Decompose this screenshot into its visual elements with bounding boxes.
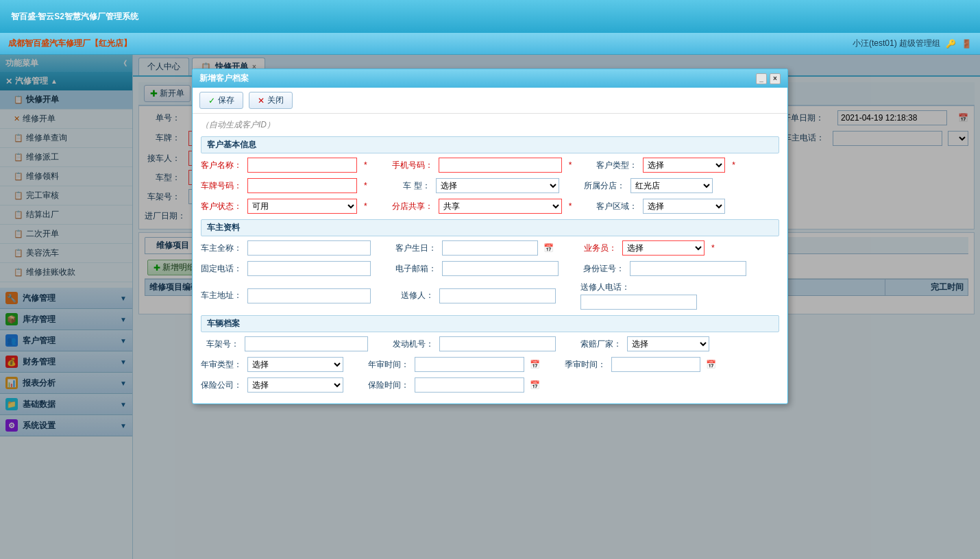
new-customer-modal: 新增客户档案 _ × ✓ 保存 ✕ 关闭 （自动生成客户ID） 客户基本信息	[192, 69, 788, 404]
modal-row-annual: 年审类型： 选择 年审时间： 📅 季审时间： 📅	[201, 357, 779, 372]
modal-row-vin: 车架号： 发动机号： 索赔厂家： 选择	[201, 336, 779, 351]
modal-title: 新增客户档案	[199, 73, 249, 84]
modal-minimize-button[interactable]: _	[756, 73, 767, 84]
status-select[interactable]: 可用	[247, 199, 357, 214]
modal-vin-input[interactable]	[245, 336, 368, 351]
insurance-time-input[interactable]	[415, 377, 524, 393]
customer-type-req: *	[732, 160, 735, 170]
fixed-phone-input[interactable]	[247, 261, 371, 276]
salesperson-select[interactable]: 选择	[622, 240, 705, 256]
status-label: 客户状态：	[201, 201, 242, 212]
area-select[interactable]: 选择	[643, 199, 725, 214]
email-input[interactable]	[442, 261, 559, 276]
logout-icon[interactable]: 🚪	[961, 39, 972, 49]
season-time-input[interactable]	[611, 357, 700, 372]
annual-cal-icon[interactable]: 📅	[530, 360, 540, 369]
manufacturer-label: 索赔厂家：	[580, 338, 622, 350]
email-label: 电子邮箱：	[395, 263, 437, 275]
sharing-label: 分店共享：	[392, 201, 433, 212]
modal-close-button[interactable]: ×	[770, 73, 781, 84]
annual-type-label: 年审类型：	[201, 359, 242, 371]
modal-save-icon: ✓	[208, 96, 215, 105]
settings-icon[interactable]: 🔑	[946, 39, 956, 49]
modal-car-type-label: 车 型：	[392, 180, 430, 192]
birthday-label: 客户生日：	[395, 243, 437, 254]
id-card-input[interactable]	[630, 261, 746, 276]
season-cal-icon[interactable]: 📅	[706, 360, 716, 369]
modal-vin-label: 车架号：	[201, 338, 239, 350]
modal-close-icon: ✕	[258, 96, 265, 105]
branch-label: 所属分店：	[584, 180, 625, 192]
owner-full-name-label: 车主全称：	[201, 243, 242, 254]
sender-phone-label: 送修人电话：	[580, 282, 630, 293]
customer-info-section-header: 客户基本信息	[201, 136, 779, 153]
customer-name-req: *	[364, 160, 367, 170]
customer-type-select[interactable]: 选择	[643, 158, 725, 173]
store-name: 成都智百盛汽车修理厂【红光店】	[8, 38, 132, 49]
address-input[interactable]	[247, 288, 371, 303]
sender-label: 送修人：	[395, 290, 434, 301]
birthday-cal-icon[interactable]: 📅	[543, 243, 554, 253]
season-time-label: 季审时间：	[565, 359, 606, 371]
sharing-req: *	[569, 201, 572, 211]
engine-label: 发动机号：	[393, 338, 434, 350]
id-card-label: 身份证号：	[583, 263, 624, 275]
modal-car-type-select[interactable]: 选择	[436, 178, 559, 193]
auto-id-note: （自动生成客户ID）	[201, 119, 779, 131]
fixed-phone-label: 固定电话：	[201, 263, 242, 275]
modal-row-address: 车主地址： 送修人： 送修人电话：	[201, 282, 779, 310]
status-req: *	[364, 201, 367, 211]
insurance-time-label: 保险时间：	[368, 380, 409, 391]
annual-time-input[interactable]	[415, 357, 524, 372]
info-bar: 成都智百盛汽车修理厂【红光店】 小汪(test01) 超级管理组 🔑 🚪	[0, 33, 980, 55]
modal-body: （自动生成客户ID） 客户基本信息 客户名称： * 手机号码： * 客户类型： …	[193, 114, 787, 403]
user-info: 小汪(test01) 超级管理组 🔑 🚪	[853, 38, 972, 49]
modal-overlay: 新增客户档案 _ × ✓ 保存 ✕ 关闭 （自动生成客户ID） 客户基本信息	[0, 55, 980, 559]
modal-row-1: 客户名称： * 手机号码： * 客户类型： 选择 *	[201, 158, 779, 173]
modal-title-bar: 新增客户档案 _ ×	[193, 69, 787, 88]
annual-time-label: 年审时间：	[368, 359, 409, 371]
annual-type-select[interactable]: 选择	[247, 357, 343, 372]
salesperson-req: *	[711, 243, 715, 253]
phone-input[interactable]	[439, 158, 562, 173]
phone-req: *	[569, 160, 572, 170]
modal-save-button[interactable]: ✓ 保存	[199, 92, 243, 109]
vehicle-section-header: 车辆档案	[201, 315, 779, 332]
owner-full-name-input[interactable]	[247, 240, 371, 256]
modal-row-3: 客户状态： 可用 * 分店共享： 共享 * 客户区域： 选择	[201, 199, 779, 214]
modal-row-phone: 固定电话： 电子邮箱： 身份证号：	[201, 261, 779, 276]
plate-no-label: 车牌号码：	[201, 180, 242, 192]
car-info-section-header: 车主资料	[201, 219, 779, 236]
sender-phone-input[interactable]	[580, 295, 697, 310]
area-label: 客户区域：	[596, 201, 637, 212]
title-bar: 智百盛·智云S2智慧汽修厂管理系统	[0, 0, 980, 33]
modal-toolbar: ✓ 保存 ✕ 关闭	[193, 88, 787, 114]
customer-name-label: 客户名称：	[201, 160, 242, 171]
app-title: 智百盛·智云S2智慧汽修厂管理系统	[11, 11, 138, 23]
modal-close-btn[interactable]: ✕ 关闭	[249, 92, 293, 109]
sender-input[interactable]	[439, 288, 556, 303]
modal-row-insurance: 保险公司： 选择 保险时间： 📅	[201, 377, 779, 393]
modal-row-2: 车牌号码： * 车 型： 选择 所属分店： 红光店	[201, 178, 779, 193]
manufacturer-select[interactable]: 选择	[627, 336, 709, 351]
modal-controls: _ ×	[756, 73, 781, 84]
branch-select[interactable]: 红光店	[630, 178, 713, 193]
salesperson-label: 业务员：	[578, 243, 617, 254]
customer-type-label: 客户类型：	[596, 160, 637, 171]
engine-input[interactable]	[439, 336, 556, 351]
phone-label: 手机号码：	[392, 160, 433, 171]
birthday-input[interactable]	[442, 240, 538, 256]
customer-name-input[interactable]	[247, 158, 357, 173]
modal-row-owner: 车主全称： 客户生日： 📅 业务员： 选择 *	[201, 240, 779, 256]
address-label: 车主地址：	[201, 290, 242, 301]
modal-close-label: 关闭	[267, 95, 284, 106]
insurance-company-select[interactable]: 选择	[247, 377, 343, 393]
modal-save-label: 保存	[218, 95, 234, 106]
insurance-cal-icon[interactable]: 📅	[530, 380, 540, 390]
user-name: 小汪(test01) 超级管理组	[853, 38, 940, 49]
insurance-company-label: 保险公司：	[201, 380, 242, 391]
plate-req: *	[364, 181, 367, 190]
sharing-select[interactable]: 共享	[439, 199, 562, 214]
plate-no-input[interactable]	[247, 178, 357, 193]
